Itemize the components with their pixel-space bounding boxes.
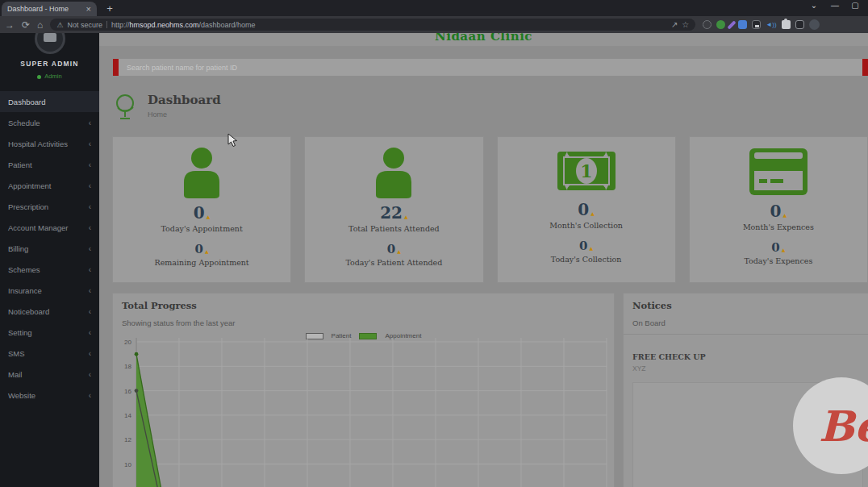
main-content: Nidaan Clinic Dashboard Home 0▲ Today's …: [99, 33, 868, 487]
sidebar-item-account-manager[interactable]: Account Manager‹: [0, 217, 99, 238]
notice-item-subtitle: XYZ: [632, 364, 863, 373]
chevron-left-icon: ‹: [89, 223, 91, 232]
sidebar-item-noticeboard[interactable]: Noticeboard‹: [0, 301, 99, 322]
chevron-left-icon: ‹: [89, 328, 91, 337]
bookmark-star-icon[interactable]: ☆: [682, 20, 689, 29]
browser-tab[interactable]: Dashboard - Home ×: [2, 2, 97, 16]
not-secure-warning-icon: ⚠: [56, 21, 63, 29]
trend-up-icon: ▲: [590, 245, 594, 251]
speaker-extension-icon[interactable]: ◄)): [766, 21, 776, 28]
patient-search-input[interactable]: [119, 59, 862, 76]
trend-up-icon: ▲: [404, 214, 408, 219]
search-accent-left: [113, 59, 119, 76]
sidebar-item-dashboard[interactable]: Dashboard: [0, 91, 99, 112]
stat-secondary: 0▲: [387, 241, 401, 256]
chevron-left-icon: ‹: [89, 349, 91, 358]
sidebar-item-appointment[interactable]: Appointment‹: [0, 175, 99, 196]
sidebar-item-hospital-activities[interactable]: Hospital Activities‹: [0, 133, 99, 154]
stat-primary: 0▲: [194, 203, 211, 223]
clinic-name: Nidaan Clinic: [99, 33, 868, 44]
share-icon[interactable]: ↗: [671, 20, 678, 29]
home-icon[interactable]: ⌂: [37, 20, 43, 30]
trend-up-icon: ▲: [783, 212, 787, 218]
svg-text:18: 18: [124, 363, 131, 370]
sidebar: SUPER ADMIN Admin Dashboard Schedule‹ Ho…: [0, 33, 99, 487]
address-bar[interactable]: ⚠ Not secure http://hmsopd.neohms.com/da…: [50, 19, 695, 31]
chevron-left-icon: ‹: [89, 265, 91, 274]
screenshot-extension-icon[interactable]: [795, 20, 804, 29]
stat-secondary-label: Today's Collection: [551, 255, 622, 264]
tab-close-icon[interactable]: ×: [86, 4, 91, 14]
sidebar-item-prescription[interactable]: Prescription‹: [0, 196, 99, 217]
tab-search-icon[interactable]: ⌄: [808, 1, 820, 10]
omnibox-divider: [106, 21, 107, 28]
stat-secondary: 0▲: [579, 238, 593, 253]
banknote-icon: 1: [556, 147, 617, 195]
not-secure-label[interactable]: Not secure: [67, 21, 102, 29]
chevron-left-icon: ‹: [89, 181, 91, 190]
chevron-left-icon: ‹: [89, 202, 91, 211]
person-icon: [368, 147, 419, 198]
browser-profile-avatar[interactable]: [809, 19, 820, 30]
sidebar-item-billing[interactable]: Billing‹: [0, 238, 99, 259]
chevron-left-icon: ‹: [89, 370, 91, 379]
trend-up-icon: ▲: [205, 248, 209, 254]
notices-title: Notices: [632, 300, 863, 311]
new-tab-button[interactable]: +: [103, 2, 116, 15]
page-title: Dashboard: [148, 93, 221, 107]
progress-chart: 20181614121086420: [113, 335, 614, 487]
notice-item-title[interactable]: FREE CHECK UP: [632, 352, 863, 361]
extensions-row: ◄)): [703, 19, 819, 30]
sidebar-item-setting[interactable]: Setting‹: [0, 322, 99, 343]
trend-up-icon: ▲: [782, 247, 786, 252]
stat-card-collection: 1 0▲ Month's Collection 0▲ Today's Colle…: [497, 136, 676, 283]
profile-name: SUPER ADMIN: [0, 60, 99, 68]
stat-primary-label: Month's Expences: [743, 223, 814, 231]
user-avatar[interactable]: [35, 33, 65, 54]
stat-primary: 22▲: [380, 203, 407, 223]
chevron-left-icon: ‹: [89, 307, 91, 316]
sidebar-item-insurance[interactable]: Insurance‹: [0, 280, 99, 301]
profile-status: Admin: [0, 73, 99, 80]
svg-text:12: 12: [124, 436, 131, 443]
picture-in-picture-icon[interactable]: [752, 20, 761, 29]
trend-up-icon: ▲: [207, 214, 211, 219]
notices-subtitle: On Board: [632, 318, 863, 327]
minimize-icon[interactable]: —: [829, 1, 841, 10]
translate-extension-icon[interactable]: [738, 20, 747, 29]
stat-secondary-label: Today's Expences: [744, 256, 812, 265]
search-accent-right: [862, 59, 868, 76]
clock-extension-icon[interactable]: [703, 20, 712, 29]
chevron-left-icon: ‹: [89, 139, 91, 148]
sidebar-item-patient[interactable]: Patient‹: [0, 154, 99, 175]
pen-extension-icon[interactable]: [728, 20, 737, 29]
stat-secondary-label: Today's Patient Attended: [345, 258, 442, 267]
stat-secondary-label: Remaining Appointment: [155, 258, 249, 267]
credit-card-icon: [748, 147, 809, 197]
be-logo-text: Be: [819, 402, 868, 451]
sidebar-item-schemes[interactable]: Schemes‹: [0, 259, 99, 280]
chevron-left-icon: ‹: [89, 119, 91, 127]
trend-up-icon: ▲: [397, 248, 401, 254]
trend-up-icon: ▲: [590, 210, 595, 216]
chevron-left-icon: ‹: [89, 391, 91, 400]
patient-search-bar: [113, 59, 868, 76]
maximize-icon[interactable]: ▢: [849, 1, 861, 10]
stat-primary-label: Today's Appointment: [161, 224, 243, 233]
globe-icon: [113, 93, 137, 122]
green-extension-icon[interactable]: [716, 20, 725, 29]
svg-text:14: 14: [124, 412, 131, 419]
chevron-left-icon: ‹: [89, 160, 91, 169]
reload-icon[interactable]: ⟳: [22, 20, 30, 30]
total-progress-panel: Total Progress Showing status from the l…: [112, 293, 615, 487]
browser-tab-bar: Dashboard - Home × + ⌄ — ▢: [0, 0, 868, 16]
sidebar-item-schedule[interactable]: Schedule‹: [0, 112, 99, 133]
stat-cards: 0▲ Today's Appointment 0▲ Remaining Appo…: [112, 136, 868, 283]
svg-text:10: 10: [124, 461, 131, 468]
sidebar-item-sms[interactable]: SMS‹: [0, 343, 99, 364]
forward-icon[interactable]: →: [5, 20, 15, 30]
sidebar-item-mail[interactable]: Mail‹: [0, 364, 99, 385]
sidebar-item-website[interactable]: Website‹: [0, 385, 99, 406]
sidebar-menu: Dashboard Schedule‹ Hospital Activities‹…: [0, 91, 99, 406]
extensions-puzzle-icon[interactable]: [782, 20, 791, 29]
